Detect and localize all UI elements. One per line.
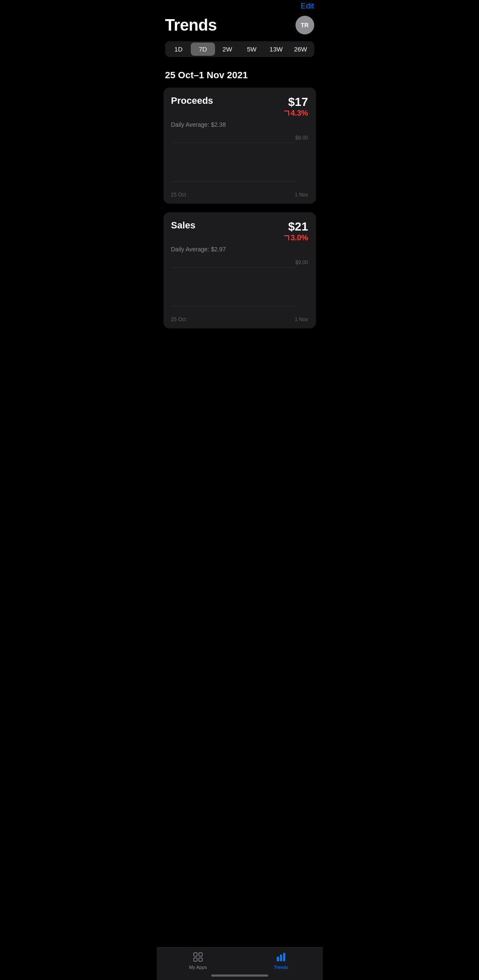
- x-start-label: 25 Oct: [171, 192, 186, 198]
- card-header: Sales $21 3.0%: [171, 220, 308, 242]
- daily-avg: Daily Average: $2.38: [171, 121, 308, 128]
- change-percent: 4.3%: [290, 109, 308, 118]
- card-header: Proceeds $17 4.3%: [171, 95, 308, 118]
- card-title: Proceeds: [171, 95, 213, 106]
- time-option-7d[interactable]: 7D: [191, 43, 215, 56]
- time-option-13w[interactable]: 13W: [264, 43, 288, 56]
- x-axis-labels: 25 Oct 1 Nov: [171, 316, 308, 322]
- title-row: Trends TR: [165, 16, 314, 34]
- chart-area: $9.00: [171, 259, 308, 315]
- page-title: Trends: [165, 16, 217, 34]
- x-start-label: 25 Oct: [171, 316, 186, 322]
- x-axis-labels: 25 Oct 1 Nov: [171, 192, 308, 198]
- card-change: 3.0%: [284, 234, 308, 242]
- change-percent: 3.0%: [290, 234, 308, 242]
- bars-container: [171, 142, 295, 182]
- card-total-value: $17: [284, 95, 308, 109]
- card-value-block: $21 3.0%: [284, 220, 308, 242]
- daily-avg: Daily Average: $2.97: [171, 246, 308, 253]
- time-option-5w[interactable]: 5W: [239, 43, 264, 56]
- card-title: Sales: [171, 220, 196, 231]
- avatar[interactable]: TR: [295, 16, 314, 34]
- time-option-2w[interactable]: 2W: [215, 43, 239, 56]
- date-range-label: 25 Oct–1 Nov 2021: [157, 70, 323, 81]
- card-value-block: $17 4.3%: [284, 95, 308, 118]
- y-axis-label: $8.00: [295, 135, 308, 141]
- chart-area: $8.00: [171, 135, 308, 190]
- card-change: 4.3%: [284, 109, 308, 118]
- time-option-1d[interactable]: 1D: [166, 43, 191, 56]
- main-content: Proceeds $17 4.3% Daily Average: $2.38 $…: [157, 88, 323, 337]
- header: Edit Trends TR 1D7D2W5W13W26W: [157, 0, 323, 70]
- down-arrow-icon: [284, 234, 290, 242]
- card-proceeds[interactable]: Proceeds $17 4.3% Daily Average: $2.38 $…: [163, 88, 316, 204]
- y-axis-label: $9.00: [295, 259, 308, 265]
- bars-container: [171, 267, 295, 306]
- card-total-value: $21: [284, 220, 308, 234]
- time-selector: 1D7D2W5W13W26W: [165, 41, 314, 57]
- edit-button[interactable]: Edit: [301, 0, 314, 12]
- x-end-label: 1 Nov: [295, 316, 308, 322]
- card-sales[interactable]: Sales $21 3.0% Daily Average: $2.97 $9.0…: [163, 212, 316, 328]
- down-arrow-icon: [284, 110, 290, 117]
- time-option-26w[interactable]: 26W: [288, 43, 313, 56]
- x-end-label: 1 Nov: [295, 192, 308, 198]
